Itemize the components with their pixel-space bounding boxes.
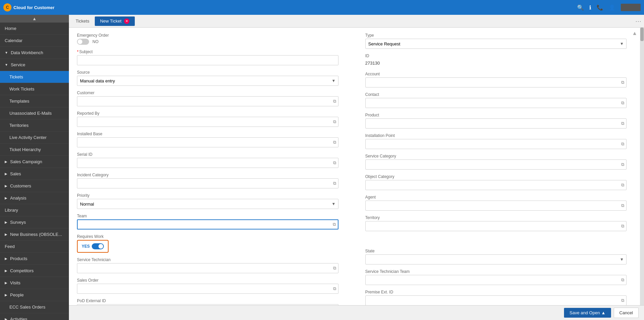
sidebar-item-visits[interactable]: ▶ Visits — [0, 277, 69, 289]
sidebar-item-service[interactable]: ▼ Service — [0, 59, 69, 71]
agent-label: Agent — [365, 195, 627, 200]
object-category-lookup-icon[interactable]: ⧉ — [619, 182, 626, 188]
sidebar-item-work-tickets[interactable]: Work Tickets — [0, 83, 69, 95]
contact-input[interactable] — [366, 98, 619, 108]
chevron-right-icon: ▶ — [5, 196, 7, 200]
tab-more-icon[interactable]: ⋯ — [635, 17, 641, 25]
serial-id-lookup-icon[interactable]: ⧉ — [331, 160, 338, 166]
premise-ext-id-lookup-icon[interactable]: ⧉ — [619, 298, 626, 303]
scroll-up-arrow[interactable]: ▲ — [632, 30, 637, 36]
sidebar-item-products[interactable]: ▶ Products — [0, 253, 69, 265]
incident-category-lookup-icon[interactable]: ⧉ — [331, 181, 338, 186]
sidebar-item-feed[interactable]: Feed — [0, 241, 69, 253]
sidebar-item-ticket-hierarchy[interactable]: Ticket Hierarchy — [0, 144, 69, 156]
sidebar-item-ticket-hierarchy-label: Ticket Hierarchy — [9, 147, 41, 152]
team-label: Team — [77, 214, 338, 218]
save-bar: Save and Open ▲ Cancel — [69, 305, 644, 320]
scrollbar-thumb[interactable] — [640, 28, 644, 41]
source-select[interactable]: Manual data entry — [77, 76, 338, 86]
sidebar-item-data-workbench[interactable]: ▼ Data Workbench — [0, 47, 69, 59]
service-category-lookup-icon[interactable]: ⧉ — [619, 162, 626, 167]
sidebar-item-people-label: People — [10, 292, 24, 297]
installed-base-lookup-icon[interactable]: ⧉ — [331, 140, 338, 145]
sidebar-item-live-activity-center[interactable]: Live Activity Center — [0, 132, 69, 144]
phone-icon[interactable]: 📞 — [597, 4, 603, 11]
sales-order-input-wrap: ⧉ — [77, 284, 338, 294]
product-input[interactable] — [366, 119, 619, 128]
sidebar-item-sales-campaign-label: Sales Campaign — [10, 159, 42, 164]
account-input-wrap: ⧉ — [365, 77, 627, 87]
sidebar-item-tickets[interactable]: Tickets — [0, 71, 69, 83]
installation-point-input[interactable] — [366, 139, 619, 149]
service-category-label: Service Category — [365, 154, 627, 158]
territory-lookup-icon[interactable]: ⧉ — [619, 223, 626, 229]
account-input[interactable] — [366, 78, 619, 87]
sidebar-scroll-up[interactable]: ▲ — [0, 15, 69, 23]
subject-input[interactable] — [77, 55, 338, 65]
installation-point-input-wrap: ⧉ — [365, 139, 627, 149]
info-icon[interactable]: ℹ — [589, 4, 591, 11]
serial-id-input[interactable] — [77, 158, 331, 168]
premise-ext-id-input[interactable] — [366, 296, 619, 305]
object-category-input[interactable] — [366, 180, 619, 190]
installed-base-input[interactable] — [77, 138, 331, 147]
sales-order-input[interactable] — [77, 284, 331, 293]
state-select[interactable] — [365, 254, 627, 264]
requires-work-toggle[interactable] — [92, 243, 104, 249]
source-field: Source Manual data entry ▼ — [77, 70, 338, 86]
reported-by-lookup-icon[interactable]: ⧉ — [331, 119, 338, 125]
pod-external-id-input[interactable] — [77, 305, 331, 305]
sidebar-item-territories[interactable]: Territories — [0, 119, 69, 132]
vertical-scrollbar[interactable] — [640, 28, 644, 305]
priority-select[interactable]: Normal High Low Urgent — [77, 199, 338, 209]
sidebar-item-new-business[interactable]: ▶ New Business (OBSOLE... — [0, 228, 69, 241]
search-icon[interactable]: 🔍 — [577, 4, 584, 11]
sidebar-item-products-label: Products — [10, 256, 27, 261]
sidebar-item-activities[interactable]: ▶ Activities — [0, 313, 69, 320]
service-technician-lookup-icon[interactable]: ⧉ — [331, 265, 338, 271]
sidebar-item-competitors[interactable]: ▶ Competitors — [0, 265, 69, 277]
team-lookup-icon[interactable]: ⧉ — [331, 222, 338, 227]
sidebar-item-home[interactable]: Home — [0, 23, 69, 35]
sidebar-item-people[interactable]: ▶ People — [0, 289, 69, 301]
type-select[interactable]: Service Request Incident Problem — [365, 39, 627, 49]
customer-lookup-icon[interactable]: ⧉ — [331, 99, 338, 104]
contact-lookup-icon[interactable]: ⧉ — [619, 100, 626, 106]
sidebar-item-unassociated-emails[interactable]: Unassociated E-Mails — [0, 107, 69, 119]
priority-field: Priority Normal High Low Urgent ▼ — [77, 193, 338, 209]
object-category-label: Object Category — [365, 174, 627, 179]
emergency-order-toggle[interactable] — [77, 39, 89, 45]
account-lookup-icon[interactable]: ⧉ — [619, 80, 626, 85]
tab-close-button[interactable]: ✕ — [124, 19, 129, 24]
customer-input[interactable] — [77, 97, 331, 106]
service-technician-team-lookup-icon[interactable]: ⧉ — [619, 277, 626, 283]
reported-by-input[interactable] — [77, 117, 331, 127]
incident-category-input[interactable] — [77, 179, 331, 188]
user-icon[interactable]: 👤 — [609, 4, 615, 11]
sidebar-item-sales-campaign[interactable]: ▶ Sales Campaign — [0, 156, 69, 168]
object-category-input-wrap: ⧉ — [365, 180, 627, 190]
territory-input[interactable] — [366, 221, 619, 231]
save-and-open-button[interactable]: Save and Open ▲ — [564, 308, 611, 318]
new-ticket-tab[interactable]: New Ticket ✕ — [95, 16, 135, 26]
agent-lookup-icon[interactable]: ⧉ — [619, 203, 626, 208]
sidebar-item-surveys[interactable]: ▶ Surveys — [0, 216, 69, 228]
team-input[interactable] — [78, 220, 331, 229]
service-technician-input[interactable] — [77, 263, 331, 273]
agent-input[interactable] — [366, 201, 619, 210]
save-dropdown-arrow[interactable]: ▲ — [601, 310, 606, 315]
sidebar-item-calendar[interactable]: Calendar — [0, 35, 69, 47]
sidebar-item-templates[interactable]: Templates — [0, 95, 69, 107]
service-technician-team-input[interactable] — [366, 275, 619, 285]
user-label[interactable] — [621, 4, 641, 11]
service-category-input[interactable] — [366, 160, 619, 169]
sidebar-item-sales[interactable]: ▶ Sales — [0, 168, 69, 180]
sidebar-item-analysis[interactable]: ▶ Analysis — [0, 192, 69, 204]
installation-point-lookup-icon[interactable]: ⧉ — [619, 141, 626, 147]
sidebar-item-ecc-sales-orders[interactable]: ECC Sales Orders — [0, 301, 69, 313]
product-lookup-icon[interactable]: ⧉ — [619, 121, 626, 126]
sidebar-item-customers[interactable]: ▶ Customers — [0, 180, 69, 192]
cancel-button[interactable]: Cancel — [614, 308, 639, 318]
sidebar-item-library[interactable]: Library — [0, 204, 69, 216]
sales-order-lookup-icon[interactable]: ⧉ — [331, 286, 338, 291]
